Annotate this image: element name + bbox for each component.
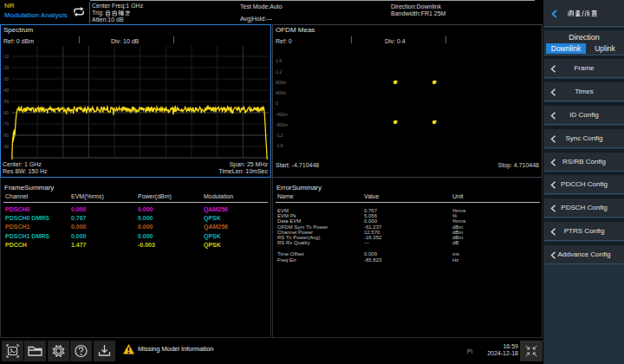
- svg-text:-60: -60: [3, 110, 9, 115]
- svg-text:-80: -80: [3, 133, 9, 138]
- svg-text:-50: -50: [3, 99, 9, 104]
- svg-text:-40: -40: [3, 88, 9, 93]
- svg-text:-10: -10: [3, 54, 9, 59]
- svg-text:-90: -90: [3, 144, 9, 149]
- svg-text:-30: -30: [3, 76, 9, 81]
- svg-text:-20: -20: [3, 65, 9, 70]
- svg-text:-70: -70: [3, 121, 9, 127]
